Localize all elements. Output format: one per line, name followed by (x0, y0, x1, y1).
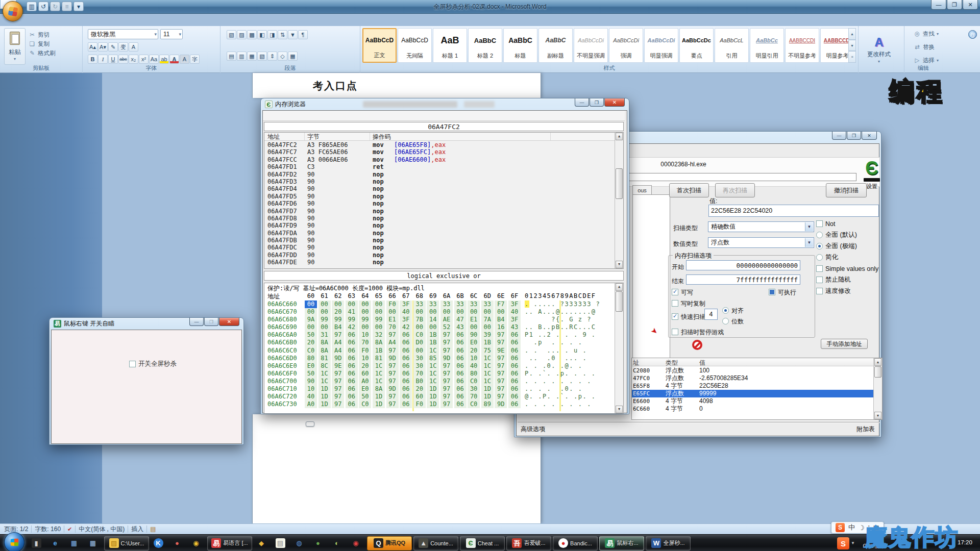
ribbon-icon-button[interactable]: ◧ (257, 30, 267, 39)
ribbon-icon-button[interactable]: A (180, 55, 189, 64)
ce-close-button[interactable]: ✕ (862, 132, 877, 140)
disassembly-row[interactable]: 06A47FD590nop (264, 193, 615, 200)
insert-mode[interactable]: 插入 (131, 525, 143, 534)
ribbon-tab[interactable] (62, 0, 78, 9)
ribbon-icon-button[interactable]: A (129, 42, 138, 52)
cheat-engine[interactable]: ЄCheat ... (460, 536, 505, 550)
sogou-dropdown-icon[interactable]: ▼ (851, 541, 855, 545)
ime-moon-icon[interactable]: ☽ (859, 524, 865, 532)
hex-scrollbar[interactable]: ▲▼ (615, 283, 623, 413)
maximize-button[interactable]: ❐ (947, 0, 962, 10)
scan-option[interactable]: 简化 (816, 254, 878, 261)
scan-option[interactable]: Simple values only (816, 265, 878, 272)
font-name-combo[interactable]: 微软雅黑▾ (88, 29, 158, 39)
fullscreen-kill-checkbox[interactable]: 开关全屏秒杀 (129, 360, 177, 368)
address-table-row[interactable]: C2080浮点数100 (632, 367, 874, 374)
hex-row[interactable]: 06A6C710101D9706E08A9D06201D9706301D9706… (264, 385, 615, 393)
disassembler-scrollbar[interactable]: ▲▼ (615, 133, 623, 268)
red-app[interactable]: ● (169, 536, 187, 550)
font-size-combo[interactable]: 11▾ (160, 29, 183, 39)
hex-row[interactable]: 06A6C6900000B442000070420000524300001643… (264, 323, 615, 331)
style-gallery-item[interactable]: AaBbC标题 (503, 28, 537, 63)
hex-row[interactable]: 06A6C67000002041000000400000000000000040… (264, 308, 615, 316)
executable-checkbox[interactable]: 可执行 (769, 288, 796, 297)
ribbon-icon-button[interactable]: abc (118, 55, 128, 64)
hex-row[interactable]: 06A6C660000000000000F03F333333333333F73F… (264, 300, 615, 308)
scan-option[interactable]: 全面 (默认) (816, 232, 878, 238)
start-input[interactable]: 0000000000000000 (686, 260, 800, 270)
memory-browser-window[interactable]: Є 内存浏览器 — ❐ ✕ 06A47FC2 地址 字节 操作码 06A47FC… (260, 98, 629, 414)
cut-button[interactable]: ✂剪切 (29, 30, 56, 39)
word-count[interactable]: 字数: 160 (35, 525, 61, 534)
disassembly-row[interactable]: 06A47FDD90nop (264, 252, 615, 259)
first-scan-button[interactable]: 首次扫描 (669, 183, 709, 197)
style-gallery-item[interactable]: AaBbCc明显引用 (750, 28, 784, 63)
hex-row[interactable]: 06A6C6D080819D0610819D0630859D06101C9706… (264, 355, 615, 362)
ce-maximize-button[interactable]: ❐ (847, 132, 861, 140)
macro-icon[interactable]: ▤ (150, 525, 156, 533)
ribbon-icon-button[interactable]: ▦ (288, 52, 298, 61)
ribbon-icon-button[interactable]: ▤ (227, 52, 236, 61)
ribbon-icon-button[interactable]: ¶ (298, 30, 308, 39)
bandicam[interactable]: ●Bandic... (553, 536, 598, 550)
address-table-row[interactable]: 6C6604 字节0 (632, 405, 874, 413)
counter-strike[interactable]: ▲Counte... (413, 536, 458, 550)
disassembly-row[interactable]: 06A47FDC90nop (264, 244, 615, 251)
ribbon-icon-button[interactable]: ▩ (247, 30, 257, 39)
ribbon-icon-button[interactable]: ▼ (288, 30, 298, 39)
yiyuyan[interactable]: 易易语言 [... (207, 536, 252, 550)
aim-maximize-button[interactable]: ❐ (204, 318, 218, 326)
aligned-radio[interactable]: 对齐 (722, 307, 744, 315)
style-gallery-item[interactable]: AaBbCcD正文 (362, 28, 397, 63)
mb-titlebar[interactable]: Є 内存浏览器 (262, 98, 627, 110)
ribbon-icon-button[interactable]: I (98, 55, 108, 64)
address-table-scrollbar[interactable]: ▲▼ (873, 358, 882, 419)
pause-game-checkbox[interactable]: 扫描时暂停游戏 (672, 328, 724, 337)
fast-scan-checkbox[interactable]: 快速扫描 (672, 313, 705, 321)
hex-row[interactable]: 06A6C6F0501C9706601C9706701C9706801C9706… (264, 370, 615, 378)
hex-row[interactable]: 06A6C6B0208AA406708AA406D01B9706E01B9706… (264, 339, 615, 346)
undo-scan-button[interactable]: 撤消扫描 (826, 183, 867, 197)
help-icon[interactable]: @ (968, 30, 977, 39)
styles-gallery-scroll[interactable]: ▲▼≡ (848, 28, 856, 63)
ribbon-icon-button[interactable]: 字 (190, 55, 200, 64)
hex-row[interactable]: 06A6C6A05031970610329706C01B970690399706… (264, 331, 615, 339)
ribbon-icon-button[interactable]: ⇕ (267, 52, 277, 61)
k-player[interactable]: K (151, 536, 168, 550)
tencent-qq[interactable]: Q腾讯QQ (367, 536, 412, 550)
disassembly-row[interactable]: 06A47FD290nop (264, 171, 615, 178)
scan-option[interactable]: 全面 (极端) (816, 243, 878, 249)
mouse-tool[interactable]: 易鼠标右... (599, 536, 644, 550)
ribbon-icon-button[interactable]: ▧ (257, 52, 267, 61)
ribbon-tab[interactable] (47, 0, 62, 9)
app-360[interactable]: ◉ (348, 536, 365, 550)
disassembly-row[interactable]: 06A47FDA90nop (264, 230, 615, 237)
ribbon-icon-button[interactable]: Aa (149, 55, 159, 64)
ribbon-icon-button[interactable]: 变 (118, 42, 128, 52)
attach-table-link[interactable]: 附加表 (856, 425, 875, 434)
style-gallery-item[interactable]: AaB标题 1 (433, 28, 467, 63)
change-styles-button[interactable]: A 更改样式 ▾ (859, 28, 899, 71)
scan-option[interactable]: 速度修改 (816, 288, 878, 294)
replace-button[interactable]: ⇄替换 (914, 42, 939, 52)
address-table-row[interactable]: E65F84 字节22C56E28 (632, 382, 874, 390)
hex-row[interactable]: 06A6C730A01D9706C01D9706F01D9706C0899D06… (264, 400, 615, 408)
app-yellow[interactable]: ◆ (254, 536, 271, 550)
select-button[interactable]: ▷选择▾ (914, 56, 939, 65)
hex-row[interactable]: 06A6C6C0C08AA406F01B9706001C970620759E06… (264, 347, 615, 355)
hex-view-panel[interactable]: 保护:读/写 基址=06A6C000 长度=1000 模块=mp.dll 地址 … (264, 283, 624, 414)
sogou-icon[interactable]: S (836, 523, 845, 532)
app-lime[interactable]: ◐ (329, 536, 347, 550)
52pojie[interactable]: 吾吾爱破... (506, 536, 551, 550)
office-button[interactable] (3, 1, 23, 21)
address-table-row[interactable]: E65FC浮点数99999 (632, 390, 874, 397)
ribbon-icon-button[interactable]: A▴ (88, 42, 97, 52)
style-gallery-item[interactable]: AABBCCDI不明显参考 (785, 28, 819, 63)
style-gallery-item[interactable]: AaBbCcDi不明显强调 (574, 28, 608, 63)
spellcheck-icon[interactable]: ✔ (67, 526, 72, 533)
disassembly-row[interactable]: 06A47FDB90nop (264, 237, 615, 244)
ribbon-icon-button[interactable]: ◇ (278, 52, 287, 61)
address-table-row[interactable]: 47FC0浮点数-2.657008285E34 (632, 374, 874, 382)
mb-maximize-button[interactable]: ❐ (590, 98, 604, 107)
value-input[interactable]: 22C56E28 22C54020 (708, 205, 879, 217)
